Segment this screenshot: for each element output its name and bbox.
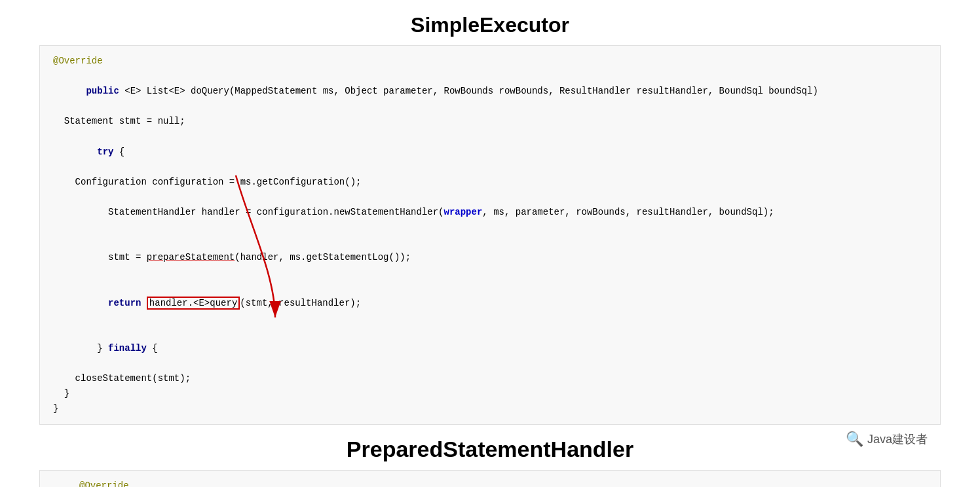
code-line-override2: @Override [79,478,927,487]
code-line-handler: StatementHandler handler = configuration… [53,190,927,235]
code-line-method: public <E> List<E> doQuery(MappedStateme… [53,69,927,114]
code-line-close: closeStatement(stmt); [53,371,927,386]
code-line-stmt: Statement stmt = null; [53,114,927,129]
code-line-brace2: } [53,401,927,416]
page: SimpleExecutor @Override public <E> List… [0,0,980,487]
section2-title: PreparedStatementHandler [39,437,941,462]
code-line-return: return handler.<E>query(stmt, resultHand… [53,280,927,325]
section1-code-block: @Override public <E> List<E> doQuery(Map… [39,45,941,425]
code-line-override1: @Override [53,54,927,69]
code-line-brace1: } [53,386,927,401]
watermark-text: Java建设者 [867,431,928,447]
code-line-prepare: stmt = prepareStatement(handler, ms.getS… [53,235,927,280]
section1-title: SimpleExecutor [39,13,941,37]
watermark-icon: 🔍 [846,431,863,448]
watermark: 🔍 Java建设者 [846,431,928,448]
code-line-config: Configuration configuration = ms.getConf… [53,175,927,190]
code-line-try: try { [53,129,927,174]
code-line-finally: } finally { [53,326,927,371]
section2-code-block: @Override public <E> List<E> query(State… [39,470,941,487]
